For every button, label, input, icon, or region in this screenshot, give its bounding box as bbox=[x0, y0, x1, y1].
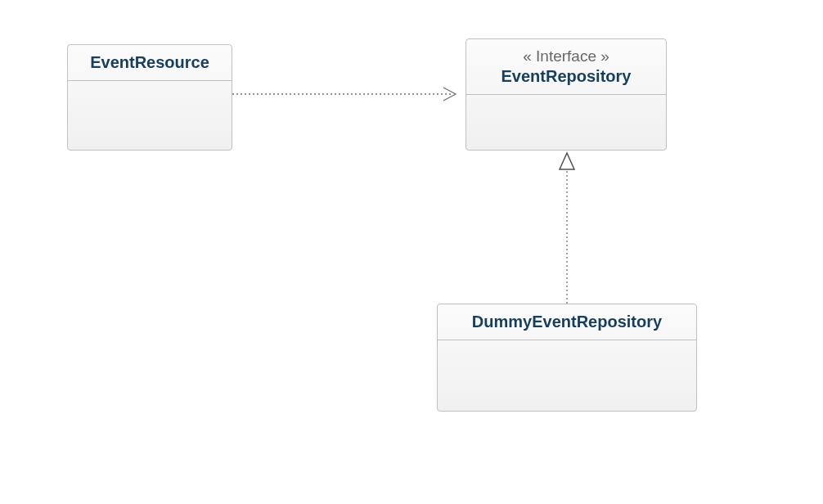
class-name: EventResource bbox=[83, 53, 217, 72]
realization-arrow bbox=[555, 151, 579, 307]
class-header: « Interface » EventRepository bbox=[466, 39, 666, 95]
class-name: DummyEventRepository bbox=[452, 313, 681, 331]
class-event-repository: « Interface » EventRepository bbox=[465, 38, 667, 151]
svg-marker-2 bbox=[560, 153, 574, 169]
class-dummy-event-repository: DummyEventRepository bbox=[437, 304, 697, 412]
class-header: EventResource bbox=[68, 45, 232, 81]
class-body bbox=[68, 81, 232, 150]
class-name: EventRepository bbox=[481, 67, 651, 86]
dependency-arrow bbox=[232, 82, 470, 106]
class-header: DummyEventRepository bbox=[438, 304, 696, 340]
class-stereotype: « Interface » bbox=[481, 47, 651, 65]
class-body bbox=[438, 340, 696, 411]
class-body bbox=[466, 95, 666, 150]
class-event-resource: EventResource bbox=[67, 44, 232, 151]
